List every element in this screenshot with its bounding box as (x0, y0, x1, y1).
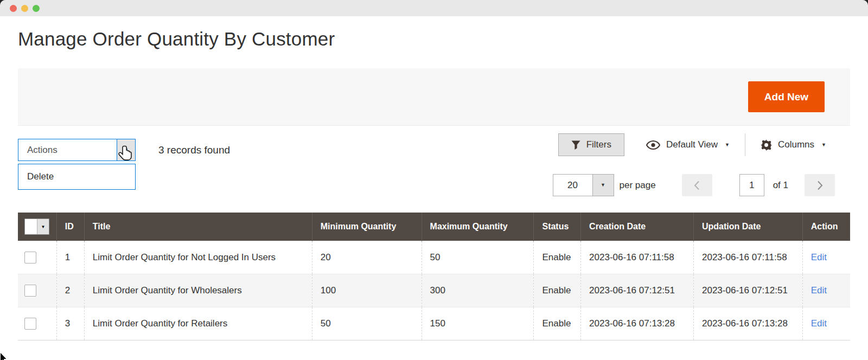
page-title: Manage Order Quantity By Customer (18, 28, 850, 50)
row-checkbox[interactable] (24, 285, 36, 297)
table-row: 1 Limit Order Quantity for Not Logged In… (18, 241, 850, 274)
edit-link[interactable]: Edit (811, 285, 827, 295)
cell-updated: 2023-06-16 07:11:58 (694, 241, 803, 274)
row-checkbox[interactable] (24, 318, 36, 330)
chevron-down-icon: ▼ (725, 143, 730, 147)
cell-id: 1 (56, 241, 84, 274)
chevron-down-icon: ▼ (821, 143, 826, 147)
column-header-id[interactable]: ID (56, 213, 84, 241)
cell-max-qty: 150 (422, 307, 534, 340)
funnel-icon (571, 140, 580, 150)
cell-status: Enable (534, 274, 581, 307)
column-header-min-qty[interactable]: Minimum Quantity (312, 213, 422, 241)
cell-title: Limit Order Quantity for Retailers (84, 307, 312, 340)
column-header-creation-date[interactable]: Creation Date (581, 213, 694, 241)
column-header-status[interactable]: Status (534, 213, 581, 241)
gear-icon (761, 139, 772, 151)
cell-min-qty: 50 (312, 307, 422, 340)
add-new-button[interactable]: Add New (748, 81, 825, 112)
page-content: Manage Order Quantity By Customer Add Ne… (0, 28, 868, 340)
cell-id: 2 (56, 274, 84, 307)
table-row: 3 Limit Order Quantity for Retailers 50 … (18, 307, 850, 340)
cell-created: 2023-06-16 07:11:58 (581, 241, 694, 274)
cell-updated: 2023-06-16 07:12:51 (694, 274, 803, 307)
select-all-checkbox[interactable]: ▼ (24, 218, 49, 235)
page-size-caret-button[interactable]: ▼ (592, 175, 614, 196)
table-row: 2 Limit Order Quantity for Wholesalers 1… (18, 274, 850, 307)
columns-control[interactable]: Columns ▼ (761, 139, 826, 151)
columns-control-label: Columns (778, 139, 814, 150)
page-size-value: 20 (553, 175, 592, 196)
actions-dropdown-caret-button[interactable]: ▼ (117, 139, 135, 160)
current-page-input[interactable] (739, 174, 764, 196)
actions-dropdown[interactable]: Actions ▼ Delete (18, 139, 136, 161)
page-actions-toolbar: Add New (18, 68, 850, 126)
grid-controls-left: Actions ▼ Delete 3 records found (18, 139, 230, 161)
column-header-max-qty[interactable]: Maximum Quantity (422, 213, 534, 241)
filters-button[interactable]: Filters (558, 133, 624, 156)
view-switcher-label: Default View (666, 139, 718, 150)
mouse-arrow-cursor (0, 353, 8, 360)
select-all-header-cell: ▼ (18, 213, 56, 241)
chevron-right-icon (817, 181, 823, 190)
edit-link[interactable]: Edit (811, 318, 827, 329)
records-found-label: 3 records found (158, 144, 230, 156)
zoom-window-button[interactable] (33, 5, 40, 12)
cell-title: Limit Order Quantity for Wholesalers (84, 274, 312, 307)
view-switcher[interactable]: Default View ▼ (646, 139, 730, 150)
cell-max-qty: 50 (422, 241, 534, 274)
cell-status: Enable (534, 307, 581, 340)
edit-link[interactable]: Edit (811, 252, 827, 262)
column-header-title[interactable]: Title (84, 213, 312, 241)
grid-controls-right: Filters Default View ▼ Col (558, 133, 826, 156)
cell-min-qty: 20 (312, 241, 422, 274)
chevron-down-icon: ▼ (601, 183, 605, 188)
next-page-button[interactable] (805, 174, 835, 196)
vertical-divider (745, 133, 745, 156)
cell-created: 2023-06-16 07:13:28 (581, 307, 694, 340)
app-window: Manage Order Quantity By Customer Add Ne… (0, 0, 868, 360)
minimize-window-button[interactable] (21, 5, 28, 12)
actions-menu-item-delete[interactable]: Delete (18, 164, 135, 189)
column-header-updation-date[interactable]: Updation Date (694, 213, 803, 241)
cell-max-qty: 300 (422, 274, 534, 307)
cell-updated: 2023-06-16 07:13:28 (694, 307, 803, 340)
actions-dropdown-label: Actions (18, 139, 117, 160)
cell-id: 3 (56, 307, 84, 340)
chevron-down-icon: ▼ (124, 147, 129, 152)
total-pages-label: of 1 (773, 180, 788, 191)
page-size-select[interactable]: 20 ▼ (553, 174, 614, 196)
cell-created: 2023-06-16 07:12:51 (581, 274, 694, 307)
row-checkbox[interactable] (24, 252, 36, 263)
cell-title: Limit Order Quantity for Not Logged In U… (84, 241, 312, 274)
cell-min-qty: 100 (312, 274, 422, 307)
chevron-left-icon (694, 181, 700, 190)
grid-controls-row: Actions ▼ Delete 3 records found (18, 139, 850, 162)
select-all-caret[interactable]: ▼ (37, 219, 49, 234)
eye-icon (646, 140, 660, 150)
window-titlebar (0, 0, 868, 16)
pagination-row: 20 ▼ per page of 1 (18, 174, 850, 196)
cell-status: Enable (534, 241, 581, 274)
previous-page-button[interactable] (682, 174, 712, 196)
column-header-action[interactable]: Action (802, 213, 850, 241)
table-header-row: ▼ ID Title Minimum Quantity Maximum Quan… (18, 213, 850, 241)
select-all-checkbox-box[interactable] (25, 219, 37, 234)
close-window-button[interactable] (10, 5, 17, 12)
per-page-label: per page (620, 180, 656, 191)
actions-menu: Delete (18, 164, 136, 190)
records-table: ▼ ID Title Minimum Quantity Maximum Quan… (18, 213, 850, 340)
filters-button-label: Filters (586, 139, 611, 150)
